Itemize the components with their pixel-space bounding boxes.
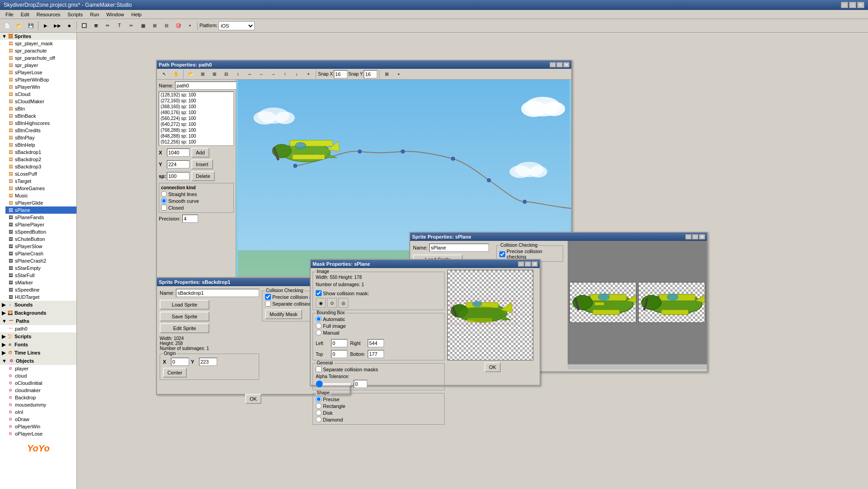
closed-checkbox[interactable] <box>161 205 167 211</box>
maximize-btn[interactable]: □ <box>849 2 856 8</box>
object-cloudmaker[interactable]: ⚙ cloudmaker <box>5 387 76 394</box>
coord-item[interactable]: (128,192) sp: 100 <box>159 92 233 98</box>
fonts-section[interactable]: ▶ A Fonts <box>0 340 76 349</box>
bbox-top-input[interactable] <box>331 350 347 358</box>
sounds-section[interactable]: ▶ ♪ Sounds <box>0 301 76 309</box>
menu-run[interactable]: Run <box>86 11 103 18</box>
coord-item[interactable]: (912,256) sp: 100 <box>159 139 233 145</box>
sprite-sLosePuff[interactable]: 🖼 sLosePuff <box>5 170 76 177</box>
sprite-plane-maximize[interactable]: □ <box>692 234 698 240</box>
snap-x-input[interactable] <box>334 70 347 78</box>
new-btn[interactable]: 📄 <box>2 21 13 31</box>
sprite-frames-container[interactable] <box>568 241 707 364</box>
frame-2[interactable] <box>638 282 705 323</box>
separate-col-cb[interactable] <box>316 366 322 372</box>
path-tool-flip[interactable]: ↔ <box>244 69 255 79</box>
scripts-section[interactable]: ▶ 📜 Scripts <box>0 332 76 340</box>
edit-sprite-btn[interactable]: Edit Sprite <box>160 323 209 333</box>
automatic-radio[interactable] <box>316 316 322 322</box>
separate-collision-cb[interactable] <box>265 301 271 307</box>
object-oDraw[interactable]: ⚙ oDraw <box>5 416 76 423</box>
save-sprite-btn[interactable]: Save Sprite <box>160 312 209 321</box>
object-oCloudInitial[interactable]: ⚙ oCloudInitial <box>5 379 76 387</box>
sprite-sPlayerGlide[interactable]: 🖼 sPlayerGlide <box>5 199 76 206</box>
sprite-sPlanePlayer[interactable]: 🖼 sPlanePlayer <box>5 221 76 228</box>
coord-item[interactable]: (848,288) sp: 100 <box>159 133 233 139</box>
object-oPlayerWin[interactable]: ⚙ oPlayerWin <box>5 423 76 430</box>
sprite-sBackdrop3[interactable]: 🖼 sBackdrop3 <box>5 163 76 170</box>
tool-btn-8[interactable]: ⊟ <box>161 21 172 31</box>
sprite-sBtn[interactable]: 🖼 sBtn <box>5 105 76 112</box>
sprite-spr-player-mask[interactable]: 🖼 spr_player_mask <box>5 40 76 47</box>
sprite-plane-title-bar[interactable]: Sprite Properties: sPlane ─ □ ✕ <box>410 233 707 241</box>
path-grid-btn[interactable]: ⊞ <box>381 69 392 79</box>
mask-ok-btn[interactable]: OK <box>484 362 501 372</box>
object-oPlayerLose[interactable]: ⚙ oPlayerLose <box>5 430 76 437</box>
sprite-sPlayerWin[interactable]: 🖼 sPlayerWin <box>5 83 76 91</box>
sprite-backdrop-ok-btn[interactable]: OK <box>245 394 261 404</box>
path-tool-move-right[interactable]: → <box>268 69 279 79</box>
sp-input[interactable] <box>167 172 190 180</box>
platform-select[interactable]: iOS Windows Android <box>218 21 255 30</box>
diamond-radio[interactable] <box>316 417 322 422</box>
sprite-sPlaneCrash[interactable]: 🖼 sPlaneCrash <box>5 250 76 257</box>
open-btn[interactable]: 📂 <box>14 21 24 31</box>
full-image-radio[interactable] <box>316 323 322 329</box>
object-cloud[interactable]: ⚙ cloud <box>5 372 76 379</box>
sprite-sCloudMaker[interactable]: 🖼 sCloudMaker <box>5 98 76 105</box>
sprite-spr-parachute-off[interactable]: 🖼 spr_parachute_off <box>5 54 76 62</box>
alpha-input[interactable] <box>354 380 367 388</box>
sprite-sSpeedButton[interactable]: 🖼 sSpeedButton <box>5 228 76 235</box>
y-input[interactable] <box>167 160 190 168</box>
insert-button[interactable]: Insert <box>191 159 213 169</box>
origin-x-input[interactable] <box>171 358 189 366</box>
sprite-sChuteButton[interactable]: 🖼 sChuteButton <box>5 235 76 243</box>
timelines-section[interactable]: ▶ ⏱ Time Lines <box>0 349 76 357</box>
sprite-sBackdrop2[interactable]: 🖼 sBackdrop2 <box>5 156 76 163</box>
tool-btn-3[interactable]: ✏ <box>102 21 113 31</box>
add-button[interactable]: Add <box>191 148 209 158</box>
path-tool-select[interactable]: ↖ <box>159 69 170 79</box>
path-tool-move-up[interactable]: ↑ <box>280 69 290 79</box>
sprite-plane-minimize[interactable]: ─ <box>685 234 692 240</box>
sprites-section[interactable]: ▼ 🖼 Sprites <box>0 33 76 40</box>
menu-scripts[interactable]: Scripts <box>64 11 86 18</box>
tool-btn-9[interactable]: 🎯 <box>173 21 184 31</box>
disk-radio[interactable] <box>316 410 322 416</box>
menu-edit[interactable]: Edit <box>17 11 33 18</box>
collision-btn-2[interactable]: ⊙ <box>327 298 337 308</box>
sprite-plane-close[interactable]: ✕ <box>699 234 705 240</box>
sprite-sTarget[interactable]: 🖼 sTarget <box>5 177 76 185</box>
save-btn[interactable]: 💾 <box>25 21 36 31</box>
bbox-bottom-input[interactable] <box>368 350 384 358</box>
snap-y-input[interactable] <box>364 70 377 78</box>
debug-btn[interactable]: ▶▶ <box>52 21 63 31</box>
coord-item[interactable]: (960,240) sp: 100 <box>159 145 233 146</box>
menu-resources[interactable]: Resources <box>33 11 64 18</box>
sprite-sBackdrop1[interactable]: 🖼 sBackdrop1 <box>5 149 76 156</box>
frame-1[interactable] <box>569 282 636 323</box>
sprite-sPlaneCrash2[interactable]: 🖼 sPlaneCrash2 <box>5 257 76 264</box>
backgrounds-section[interactable]: ▶ 🌄 Backgrounds <box>0 309 76 317</box>
mask-close-btn[interactable]: ✕ <box>531 261 538 267</box>
center-btn[interactable]: Center <box>163 368 187 378</box>
path-tool-snap1[interactable]: ⊞ <box>197 69 208 79</box>
origin-y-input[interactable] <box>199 358 217 366</box>
tool-btn-7[interactable]: ⊞ <box>149 21 160 31</box>
sprite-sBtnCredits[interactable]: 🖼 sBtnCredits <box>5 127 76 134</box>
mask-window-title-bar[interactable]: Mask Properties: sPlane ─ □ ✕ <box>311 260 540 268</box>
coord-item[interactable]: (272,160) sp: 100 <box>159 98 233 104</box>
tool-btn-10[interactable]: + <box>185 21 195 31</box>
bbox-left-input[interactable] <box>331 339 347 347</box>
precision-input[interactable] <box>182 215 198 223</box>
delete-button[interactable]: Delete <box>191 171 215 181</box>
paths-section[interactable]: ▼ 〰 Paths <box>0 317 76 325</box>
sprite-sBtnPlay[interactable]: 🖼 sBtnPlay <box>5 134 76 141</box>
path-tool-move-down[interactable]: ↓ <box>291 69 302 79</box>
menu-window[interactable]: Window <box>103 11 128 18</box>
sprite-sPlayerLose[interactable]: 🖼 sPlayerLose <box>5 69 76 76</box>
path-close-btn[interactable]: ✕ <box>563 62 569 67</box>
coord-item[interactable]: (368,160) sp: 100 <box>159 104 233 110</box>
collision-btn-1[interactable]: ◉ <box>316 298 326 308</box>
menu-help[interactable]: Help <box>128 11 145 18</box>
